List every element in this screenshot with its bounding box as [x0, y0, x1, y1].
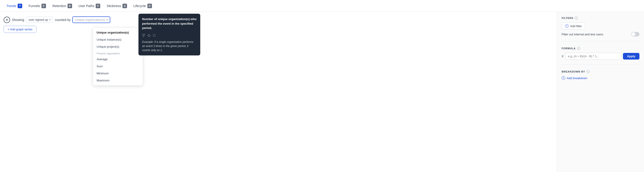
formula-section: FORMULA i X Apply	[562, 47, 640, 65]
dropdown-item-unique-projects[interactable]: Unique project(s)	[93, 43, 143, 50]
tab-retention-badge: R	[68, 4, 72, 8]
formula-x-label: X	[562, 55, 564, 58]
dropdown-item-minimum[interactable]: Minimum	[93, 70, 143, 77]
property-agg-section-label: Property aggregation	[93, 50, 143, 56]
chevron-down-icon: ▾	[50, 18, 50, 21]
formula-title: FORMULA i	[562, 47, 640, 50]
right-panel: FILTERS i + Add filter Filter out intern…	[557, 12, 644, 172]
tooltip-title: Number of unique organization(s) who per…	[142, 17, 196, 30]
showing-label: Showing	[12, 18, 24, 22]
tab-user-paths-label: User Paths	[78, 4, 94, 8]
formula-info-icon: i	[577, 47, 580, 50]
edit-icon: ◇	[148, 33, 150, 38]
tooltip-box: Number of unique organization(s) who per…	[138, 14, 200, 55]
tab-funnels-badge: F	[42, 4, 46, 8]
breakdown-title: BREAKDOWN BY i	[562, 70, 640, 73]
add-breakdown-plus-icon: +	[562, 76, 565, 80]
filters-section: FILTERS i + Add filter Filter out intern…	[562, 16, 640, 41]
tab-user-paths-badge: P	[96, 4, 100, 8]
chevron-down-icon: ▾	[106, 18, 108, 21]
add-series-label: + Add graph series	[8, 28, 32, 31]
filter-toggle[interactable]	[631, 32, 640, 36]
add-filter-label: Add filter	[570, 24, 582, 28]
tab-retention[interactable]: Retention R	[50, 2, 75, 9]
filters-title: FILTERS i	[562, 16, 640, 20]
tab-stickiness[interactable]: Stickiness S	[104, 2, 130, 9]
left-panel: A Showing user signed up ▾ counted by Un…	[0, 12, 557, 172]
breakdown-section: BREAKDOWN BY i + Add breakdown	[562, 70, 640, 85]
tab-trends[interactable]: Trends T	[4, 2, 25, 9]
tab-lifecycle-label: Lifecycle	[134, 4, 146, 8]
main-layout: A Showing user signed up ▾ counted by Un…	[0, 12, 644, 172]
filter-icon: ▽	[142, 33, 145, 38]
add-filter-button[interactable]: + Add filter	[562, 22, 585, 30]
tab-retention-label: Retention	[52, 4, 66, 8]
dropdown-item-unique-orgs[interactable]: Unique organization(s)	[93, 29, 143, 36]
apply-label: Apply	[627, 55, 635, 58]
tab-user-paths[interactable]: User Paths P	[76, 2, 103, 9]
add-breakdown-button[interactable]: + Add breakdown	[562, 76, 587, 80]
tab-trends-label: Trends	[6, 4, 16, 8]
dropdown-item-maximum[interactable]: Maximum	[93, 77, 143, 84]
apply-button[interactable]: Apply	[623, 53, 640, 60]
add-series-button[interactable]: + Add graph series	[4, 26, 36, 33]
event-dropdown[interactable]: user signed up ▾	[26, 17, 53, 23]
counted-by-dropdown[interactable]: Unique organization(s) ▾	[72, 16, 110, 23]
formula-input[interactable]	[566, 53, 621, 60]
dropdown-item-unique-instances[interactable]: Unique instance(s)	[93, 36, 143, 43]
series-row: A Showing user signed up ▾ counted by Un…	[4, 16, 553, 23]
counted-by-placeholder: Unique organization(s)	[75, 18, 105, 21]
breakdown-info-icon: i	[586, 70, 590, 73]
tab-stickiness-badge: S	[122, 4, 127, 8]
add-filter-plus-icon: +	[565, 24, 569, 28]
counted-by-label: counted by	[55, 18, 71, 22]
event-value: user signed up	[28, 18, 48, 21]
tab-stickiness-label: Stickiness	[107, 4, 121, 8]
formula-row: X Apply	[562, 53, 640, 60]
filter-toggle-row: Filter out internal and test users	[562, 32, 640, 36]
counted-by-dropdown-menu: Unique organization(s) Unique instance(s…	[93, 27, 143, 86]
nav-tabs: Trends T Funnels F Retention R User Path…	[0, 0, 644, 12]
filter-toggle-label: Filter out internal and test users	[562, 33, 603, 36]
dropdown-item-average[interactable]: Average	[93, 56, 143, 63]
dropdown-item-sum[interactable]: Sum	[93, 63, 143, 70]
tooltip-icons: ▽ ◇ □	[142, 33, 196, 38]
tooltip-example: Example: If a single organization perfor…	[142, 40, 196, 52]
filters-info-icon: i	[575, 16, 578, 20]
tab-funnels[interactable]: Funnels F	[26, 2, 49, 9]
tab-lifecycle[interactable]: Lifecycle O	[131, 2, 154, 9]
tab-lifecycle-badge: O	[148, 4, 152, 8]
add-breakdown-label: Add breakdown	[567, 77, 587, 80]
tab-trends-badge: T	[18, 4, 22, 8]
series-badge: A	[4, 17, 10, 23]
copy-icon: □	[153, 33, 156, 38]
tab-funnels-label: Funnels	[28, 4, 40, 8]
